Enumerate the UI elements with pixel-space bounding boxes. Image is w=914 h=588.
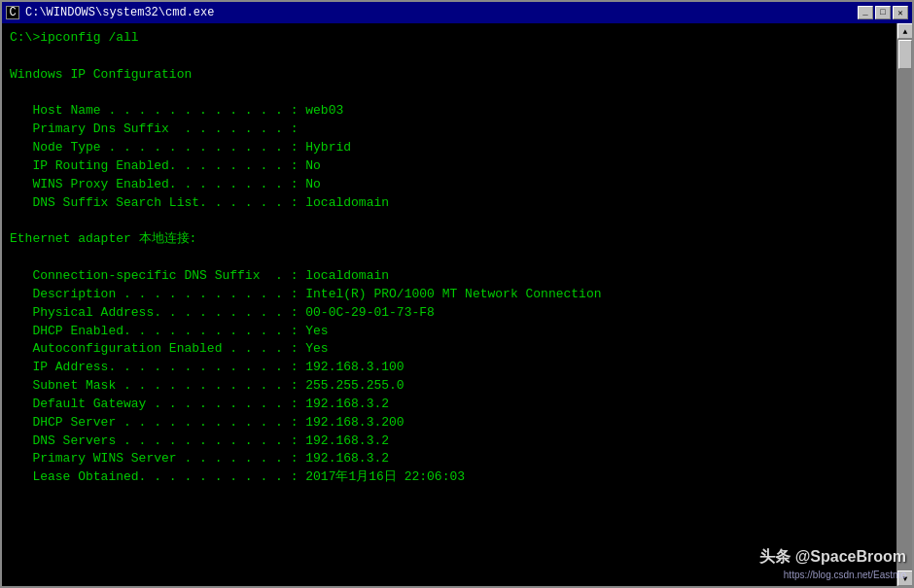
- ip-address-line: IP Address. . . . . . . . . . . . : 192.…: [10, 359, 889, 377]
- watermark-sub-text: https://blog.csdn.net/Eastmo: [784, 570, 906, 580]
- dhcp-enabled-line: DHCP Enabled. . . . . . . . . . . : Yes: [10, 323, 889, 341]
- default-gateway-line: Default Gateway . . . . . . . . . : 192.…: [10, 396, 889, 414]
- prompt-line: C:\>ipconfig /all: [10, 29, 889, 48]
- maximize-button[interactable]: □: [875, 6, 891, 19]
- content-area: C:\>ipconfig /all Windows IP Configurati…: [2, 23, 912, 586]
- dns-suffix-search-line: DNS Suffix Search List. . . . . . : loca…: [10, 194, 889, 213]
- dhcp-server-line: DHCP Server . . . . . . . . . . . : 192.…: [10, 414, 889, 432]
- primary-dns-suffix-line: Primary Dns Suffix . . . . . . . :: [10, 121, 889, 139]
- window-title: C:\WINDOWS\system32\cmd.exe: [25, 6, 214, 19]
- title-controls: _ □ ✕: [858, 6, 908, 19]
- node-type-line: Node Type . . . . . . . . . . . . : Hybr…: [10, 139, 889, 157]
- description-line: Description . . . . . . . . . . . : Inte…: [10, 286, 889, 304]
- terminal-output: C:\>ipconfig /all Windows IP Configurati…: [2, 23, 896, 586]
- blank-line-3: [10, 212, 889, 230]
- host-name-line: Host Name . . . . . . . . . . . . : web0…: [10, 102, 889, 121]
- watermark-main-text: 头条 @SpaceBroom: [759, 547, 906, 568]
- close-button[interactable]: ✕: [893, 6, 908, 19]
- windows-ip-config-header: Windows IP Configuration: [10, 66, 889, 85]
- conn-dns-line: Connection-specific DNS Suffix . : local…: [10, 267, 889, 286]
- scroll-thumb[interactable]: [898, 40, 912, 69]
- ip-routing-line: IP Routing Enabled. . . . . . . . : No: [10, 157, 889, 176]
- title-bar: C C:\WINDOWS\system32\cmd.exe _ □ ✕: [2, 2, 912, 23]
- scrollbar[interactable]: ▲ ▼: [896, 23, 912, 586]
- autoconfig-line: Autoconfiguration Enabled . . . . : Yes: [10, 340, 889, 359]
- lease-obtained-line: Lease Obtained. . . . . . . . . . : 2017…: [10, 468, 889, 487]
- blank-line-1: [10, 48, 889, 66]
- ethernet-adapter-header: Ethernet adapter 本地连接:: [10, 230, 889, 249]
- minimize-button[interactable]: _: [858, 6, 873, 19]
- physical-address-line: Physical Address. . . . . . . . . : 00-0…: [10, 304, 889, 323]
- scroll-track: [897, 39, 912, 571]
- cmd-icon: C: [6, 6, 19, 19]
- wins-proxy-line: WINS Proxy Enabled. . . . . . . . : No: [10, 176, 889, 194]
- primary-wins-line: Primary WINS Server . . . . . . . : 192.…: [10, 450, 889, 468]
- cmd-window: C C:\WINDOWS\system32\cmd.exe _ □ ✕ C:\>…: [0, 0, 914, 588]
- subnet-mask-line: Subnet Mask . . . . . . . . . . . : 255.…: [10, 377, 889, 396]
- blank-line-4: [10, 249, 889, 267]
- watermark: 头条 @SpaceBroom https://blog.csdn.net/Eas…: [759, 547, 906, 580]
- title-bar-left: C C:\WINDOWS\system32\cmd.exe: [6, 6, 214, 19]
- scroll-up-button[interactable]: ▲: [897, 23, 912, 39]
- dns-servers-line: DNS Servers . . . . . . . . . . . : 192.…: [10, 432, 889, 451]
- blank-line-2: [10, 85, 889, 103]
